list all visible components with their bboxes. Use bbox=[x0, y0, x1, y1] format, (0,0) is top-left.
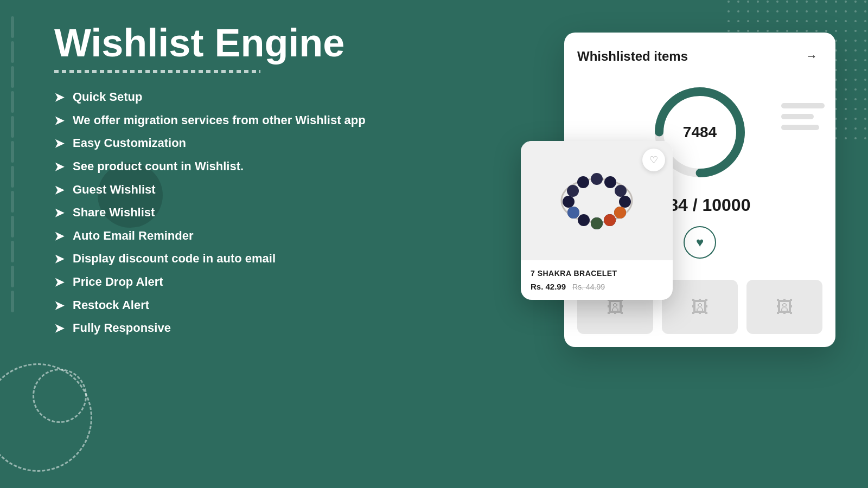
main-content-area: Wishlist Engine ➤ Quick Setup ➤ We offer… bbox=[54, 22, 434, 336]
feature-arrow-icon: ➤ bbox=[54, 91, 64, 105]
product-heart-button[interactable]: ♡ bbox=[642, 149, 665, 171]
feature-text: Display discount code in auto email bbox=[73, 251, 276, 267]
product-card: ♡ 7 SHAKRA BRACELET Rs. 42.99 Rs. 44.99 bbox=[521, 141, 673, 300]
svg-point-15 bbox=[567, 185, 579, 197]
product-name: 7 SHAKRA BRACELET bbox=[531, 269, 663, 278]
feature-item-6: ➤ Share Wishlist bbox=[54, 205, 434, 221]
ui-mockup: Whishlisted items → 7484 7484 / 10000 bbox=[521, 33, 835, 466]
feature-text: We offer migration services from other W… bbox=[73, 113, 366, 129]
features-list: ➤ Quick Setup ➤ We offer migration servi… bbox=[54, 89, 434, 336]
product-thumb-2: 🖼 bbox=[662, 280, 738, 334]
wishlist-card-title: Whishlisted items bbox=[577, 49, 688, 64]
product-prices: Rs. 42.99 Rs. 44.99 bbox=[531, 282, 663, 291]
feature-arrow-icon: ➤ bbox=[54, 183, 64, 197]
feature-text: Quick Setup bbox=[73, 89, 142, 105]
price-original: Rs. 44.99 bbox=[572, 282, 605, 291]
heart-symbol: ♥ bbox=[696, 235, 704, 250]
feature-item-7: ➤ Auto Email Reminder bbox=[54, 228, 434, 244]
svg-point-14 bbox=[563, 196, 575, 208]
feature-item-10: ➤ Restock Alert bbox=[54, 298, 434, 313]
svg-point-16 bbox=[577, 176, 589, 188]
feature-text: Fully Responsive bbox=[73, 320, 171, 336]
feature-item-1: ➤ Quick Setup bbox=[54, 89, 434, 105]
heart-icon: ♡ bbox=[649, 154, 658, 166]
product-thumb-3: 🖼 bbox=[746, 280, 822, 334]
product-image-area: ♡ bbox=[521, 141, 673, 260]
placeholder-icon-2: 🖼 bbox=[691, 297, 709, 317]
svg-point-20 bbox=[567, 207, 579, 219]
feature-item-8: ➤ Display discount code in auto email bbox=[54, 251, 434, 267]
feature-arrow-icon: ➤ bbox=[54, 206, 64, 220]
heart-circle-icon: ♥ bbox=[684, 226, 716, 259]
feature-arrow-icon: ➤ bbox=[54, 160, 64, 174]
svg-point-17 bbox=[591, 217, 603, 229]
wishlist-arrow-icon[interactable]: → bbox=[801, 46, 822, 67]
svg-point-19 bbox=[614, 207, 626, 219]
feature-text: Restock Alert bbox=[73, 298, 149, 313]
feature-text: Auto Email Reminder bbox=[73, 228, 193, 244]
feature-arrow-icon: ➤ bbox=[54, 322, 64, 336]
feature-arrow-icon: ➤ bbox=[54, 275, 64, 290]
feature-text: Guest Wishlist bbox=[73, 182, 156, 198]
feature-text: Price Drop Alert bbox=[73, 274, 163, 290]
feature-arrow-icon: ➤ bbox=[54, 137, 64, 151]
feature-text: See product count in Wishlist. bbox=[73, 159, 244, 175]
svg-point-6 bbox=[604, 176, 616, 188]
svg-point-12 bbox=[578, 214, 590, 226]
svg-point-7 bbox=[615, 185, 627, 197]
feature-text: Easy Customization bbox=[73, 136, 186, 151]
sub-lines-decoration bbox=[781, 103, 825, 130]
page-title: Wishlist Engine bbox=[54, 22, 434, 65]
bracelet-product-image bbox=[548, 163, 646, 239]
feature-text: Share Wishlist bbox=[73, 205, 155, 221]
placeholder-icon-1: 🖼 bbox=[607, 297, 624, 317]
donut-center-value: 7484 bbox=[683, 124, 717, 141]
wishlist-header: Whishlisted items → bbox=[577, 46, 822, 67]
feature-item-4: ➤ See product count in Wishlist. bbox=[54, 159, 434, 175]
feature-item-3: ➤ Easy Customization bbox=[54, 136, 434, 151]
svg-point-8 bbox=[619, 196, 631, 208]
dashed-circle-small bbox=[33, 369, 87, 423]
product-info: 7 SHAKRA BRACELET Rs. 42.99 Rs. 44.99 bbox=[521, 260, 673, 300]
feature-arrow-icon: ➤ bbox=[54, 299, 64, 313]
svg-point-18 bbox=[604, 214, 616, 226]
feature-item-9: ➤ Price Drop Alert bbox=[54, 274, 434, 290]
feature-arrow-icon: ➤ bbox=[54, 114, 64, 128]
title-underline bbox=[54, 70, 260, 73]
placeholder-icon-3: 🖼 bbox=[776, 297, 793, 317]
feature-item-5: ➤ Guest Wishlist bbox=[54, 182, 434, 198]
feature-item-2: ➤ We offer migration services from other… bbox=[54, 113, 434, 129]
price-current: Rs. 42.99 bbox=[531, 282, 566, 291]
feature-item-11: ➤ Fully Responsive bbox=[54, 320, 434, 336]
feature-arrow-icon: ➤ bbox=[54, 252, 64, 266]
feature-arrow-icon: ➤ bbox=[54, 229, 64, 243]
svg-point-5 bbox=[591, 173, 603, 185]
